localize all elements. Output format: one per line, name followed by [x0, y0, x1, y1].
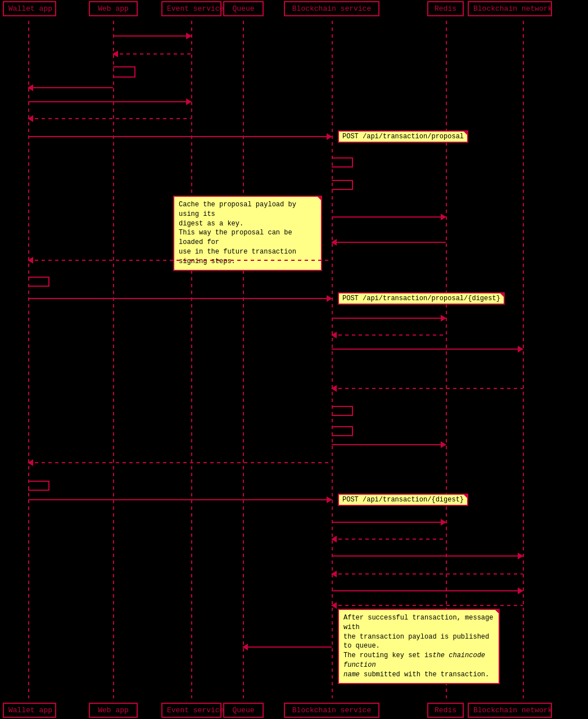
actor-queue-bottom: Queue: [223, 703, 264, 718]
note-after-transaction: After successful transaction, message wi…: [338, 609, 500, 684]
actor-event-top: Event service: [161, 1, 221, 16]
self-arrow-6: [332, 426, 353, 436]
self-arrow-2: [332, 157, 353, 168]
note-proposal: POST /api/transaction/proposal: [338, 130, 468, 143]
arrow-30: [332, 605, 523, 606]
arrow-18: [332, 388, 523, 389]
arrow-31: [243, 646, 332, 648]
actor-redis-top: Redis: [427, 1, 464, 16]
self-arrow-7: [28, 481, 49, 491]
arrow-4: [28, 87, 113, 88]
self-arrow-4: [28, 277, 49, 287]
arrow-28: [332, 573, 523, 575]
arrow-27: [332, 555, 523, 557]
arrow-14: [28, 298, 332, 299]
arrow-12: [28, 260, 332, 261]
lifeline-queue: [243, 21, 244, 698]
arrow-16: [332, 334, 446, 336]
actor-webapp-bottom: Web app: [89, 703, 138, 718]
lifeline-redis: [446, 21, 447, 698]
actor-wallet-top: Wallet app: [3, 1, 56, 16]
actor-blockchain-bottom: Blockchain service: [284, 703, 379, 718]
actor-wallet-bottom: Wallet app: [3, 703, 56, 718]
actor-redis-bottom: Redis: [427, 703, 464, 718]
arrow-22: [28, 462, 332, 463]
arrow-2: [113, 53, 191, 55]
sequence-diagram: Wallet app Web app Event service Queue B…: [0, 0, 588, 719]
lifeline-network: [523, 21, 524, 698]
actor-webapp-top: Web app: [89, 1, 138, 16]
note-proposal-digest: POST /api/transaction/proposal/{digest}: [338, 292, 505, 305]
self-arrow-1: [113, 66, 135, 78]
arrow-26: [332, 539, 446, 540]
arrow-6: [28, 118, 191, 119]
arrow-1: [113, 35, 191, 37]
actor-event-bottom: Event service: [161, 703, 221, 718]
arrow-11: [332, 242, 446, 243]
arrow-10: [332, 216, 446, 218]
lifeline-event: [191, 21, 192, 698]
arrow-25: [332, 522, 446, 523]
lifeline-blockchain: [332, 21, 333, 698]
arrow-15: [332, 318, 446, 319]
arrow-17: [332, 349, 523, 350]
arrow-7: [28, 136, 332, 137]
note-transaction-digest: POST /api/transaction/{digest}: [338, 494, 468, 506]
self-arrow-5: [332, 406, 353, 416]
lifeline-wallet: [28, 21, 29, 698]
actor-queue-top: Queue: [223, 1, 264, 16]
actor-network-top: Blockchain network: [468, 1, 552, 16]
actor-network-bottom: Blockchain network: [468, 703, 552, 718]
arrow-29: [332, 590, 523, 591]
lifeline-webapp: [113, 21, 114, 698]
actor-blockchain-top: Blockchain service: [284, 1, 379, 16]
self-arrow-3: [332, 180, 353, 190]
arrow-5: [28, 101, 191, 102]
arrow-24: [28, 499, 332, 500]
arrow-21: [332, 444, 446, 445]
